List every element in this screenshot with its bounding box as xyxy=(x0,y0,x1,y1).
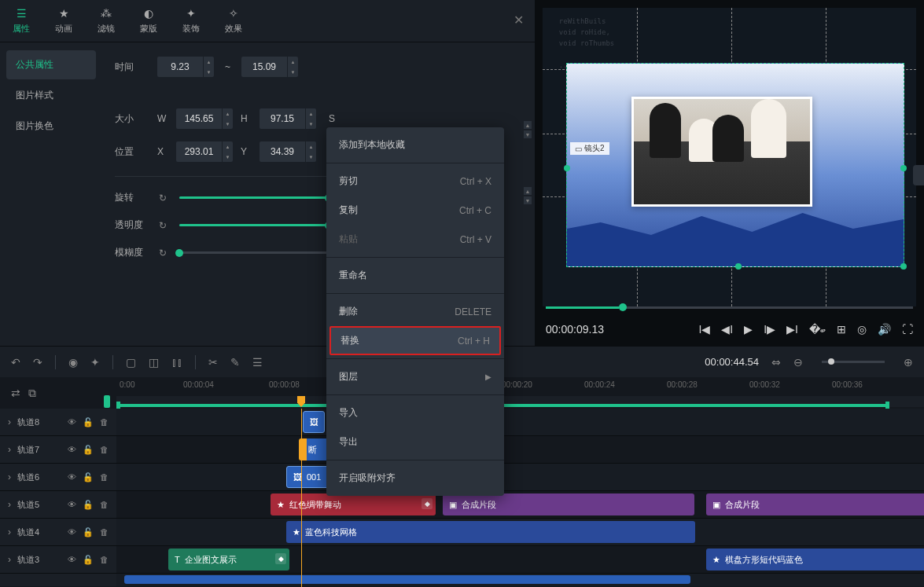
redo-button[interactable]: ↷ xyxy=(33,356,42,369)
track-settings-icon[interactable]: ⇄ xyxy=(11,387,20,399)
side-tab-common[interactable]: 公共属性 xyxy=(6,50,96,79)
spin-down-icon[interactable]: ▼ xyxy=(288,67,298,77)
clip-menu-icon[interactable]: ◆ xyxy=(275,553,286,564)
reset-icon[interactable]: ↻ xyxy=(159,193,170,204)
scrub-handle[interactable] xyxy=(104,395,110,408)
grid-icon[interactable]: ⊞ xyxy=(837,323,846,336)
close-panel-button[interactable]: ✕ xyxy=(514,13,524,28)
scroll-down-icon[interactable]: ▼ xyxy=(524,196,532,204)
target-icon[interactable]: ✦ xyxy=(90,356,100,369)
trash-icon[interactable]: 🗑 xyxy=(100,527,109,537)
side-tab-image-style[interactable]: 图片样式 xyxy=(6,81,96,110)
y-input[interactable]: ▲▼ xyxy=(260,141,316,162)
step-back-button[interactable]: ◀I xyxy=(721,323,733,336)
edit-icon[interactable]: ✎ xyxy=(230,356,240,369)
lock-icon[interactable]: 🔓 xyxy=(83,472,94,482)
lock-icon[interactable]: 🔓 xyxy=(83,500,94,510)
trash-icon[interactable]: 🗑 xyxy=(100,500,109,509)
eye-icon[interactable]: 👁 xyxy=(68,445,76,454)
trash-icon[interactable]: 🗑 xyxy=(100,417,109,427)
scroll-up-icon[interactable]: ▲ xyxy=(524,121,532,129)
trash-icon[interactable]: 🗑 xyxy=(100,445,109,454)
blur-slider[interactable] xyxy=(179,251,329,254)
playback-slider[interactable] xyxy=(546,306,913,309)
trash-icon[interactable]: 🗑 xyxy=(100,472,109,482)
x-input[interactable]: ▲▼ xyxy=(176,141,233,162)
layers-icon[interactable]: ☰ xyxy=(252,356,263,369)
right-panel-toggle[interactable] xyxy=(913,165,924,185)
eye-icon[interactable]: 👁 xyxy=(68,472,76,482)
clip-partial[interactable] xyxy=(124,575,690,584)
zoom-slider[interactable] xyxy=(822,361,885,363)
prev-button[interactable]: I◀ xyxy=(698,323,710,336)
tab-mask[interactable]: ◐蒙版 xyxy=(127,0,170,42)
zoom-out-button[interactable]: ⊖ xyxy=(793,356,803,369)
crop-icon[interactable]: ◫ xyxy=(149,356,159,369)
clip-enterprise[interactable]: T企业图文展示◆ xyxy=(168,548,289,570)
time-start-input[interactable]: ▲▼ xyxy=(157,57,214,77)
spin-up-icon[interactable]: ▲ xyxy=(288,57,298,67)
ctx-layer[interactable]: 图层▶ xyxy=(326,362,504,391)
undo-button[interactable]: ↶ xyxy=(11,356,20,369)
clip-composite-1[interactable]: ▣合成片段 xyxy=(443,493,694,515)
eye-icon[interactable]: 👁 xyxy=(68,500,76,509)
next-button[interactable]: ▶I xyxy=(786,323,798,336)
lock-icon[interactable]: 🔓 xyxy=(83,527,94,537)
ctx-add-favorite[interactable]: 添加到本地收藏 xyxy=(326,130,504,160)
eye-icon[interactable]: 👁 xyxy=(68,555,76,564)
step-forward-button[interactable]: I▶ xyxy=(764,323,775,336)
camera-icon[interactable]: ◎ xyxy=(857,323,867,336)
tab-filter[interactable]: ⁂滤镜 xyxy=(85,0,127,42)
spin-down-icon[interactable]: ▼ xyxy=(204,67,214,77)
play-button[interactable]: ▶ xyxy=(744,323,753,336)
ctx-replace[interactable]: 替换Ctrl + H xyxy=(329,326,501,355)
eye-icon[interactable]: 👁 xyxy=(68,417,76,427)
ctx-import[interactable]: 导入 xyxy=(326,398,504,427)
scroll-down-icon[interactable]: ▼ xyxy=(524,130,532,138)
fullscreen-icon[interactable]: ⛶ xyxy=(902,323,913,336)
marker-icon[interactable]: ◉ xyxy=(68,356,78,369)
side-tab-image-color[interactable]: 图片换色 xyxy=(6,112,96,141)
ctx-export[interactable]: 导出 xyxy=(326,427,504,457)
tab-effect[interactable]: ✧效果 xyxy=(212,0,255,42)
zoom-in-button[interactable]: ⊕ xyxy=(904,356,913,369)
width-input[interactable]: ▲▼ xyxy=(176,108,233,129)
clip-red-ribbon[interactable]: ★红色绸带舞动◆ xyxy=(271,493,436,515)
reset-icon[interactable]: ↻ xyxy=(159,220,170,231)
trim-icon[interactable]: ✂ xyxy=(208,356,218,369)
trash-icon[interactable]: 🗑 xyxy=(100,555,109,564)
eye-icon[interactable]: 👁 xyxy=(68,527,76,537)
rotate-slider[interactable] xyxy=(179,196,329,199)
lock-icon[interactable]: 🔓 xyxy=(83,555,94,565)
preview-canvas[interactable]: reWithBuils void roHide, void roThumbs .… xyxy=(543,8,916,306)
reset-icon[interactable]: ↻ xyxy=(159,248,170,259)
lock-icon[interactable]: 🔓 xyxy=(83,445,94,455)
clip-menu-icon[interactable]: ◆ xyxy=(422,498,433,509)
clip-blue-tech[interactable]: ★蓝色科技网格 xyxy=(286,521,695,543)
clip-image[interactable]: 🖼 xyxy=(303,411,325,433)
tab-animation[interactable]: ★动画 xyxy=(42,0,85,42)
ctx-snap[interactable]: 开启吸附对齐 xyxy=(326,464,504,493)
scroll-up-icon[interactable]: ▲ xyxy=(524,187,532,195)
time-end-input[interactable]: ▲▼ xyxy=(241,57,298,77)
ctx-cut[interactable]: 剪切Ctrl + X xyxy=(326,167,504,196)
chevron-right-icon[interactable]: › xyxy=(8,416,11,427)
fit-icon[interactable]: ⇔ xyxy=(771,356,781,369)
tab-decoration[interactable]: ✦装饰 xyxy=(170,0,212,42)
height-input[interactable]: ▲▼ xyxy=(260,108,316,129)
track-add-icon[interactable]: ⧉ xyxy=(28,387,36,400)
spin-up-icon[interactable]: ▲ xyxy=(204,57,214,67)
timeline-ruler[interactable]: 0:00 00:00:04 00:00:08 00:00:20 00:00:24… xyxy=(116,377,924,409)
ctx-delete[interactable]: 删除DELETE xyxy=(326,297,504,326)
ctx-rename[interactable]: 重命名 xyxy=(326,261,504,290)
lock-icon[interactable]: 🔓 xyxy=(83,417,94,427)
loop-button[interactable]: �ބ xyxy=(809,323,826,336)
select-icon[interactable]: ▢ xyxy=(126,356,136,369)
clip-checkerboard[interactable]: ★棋盘方形短代码蓝色 xyxy=(706,548,924,570)
tab-attributes[interactable]: ☰属性 xyxy=(0,0,42,42)
split-icon[interactable]: ⫿⫿ xyxy=(171,356,182,369)
ctx-copy[interactable]: 复制Ctrl + C xyxy=(326,196,504,225)
selected-element[interactable]: ▭镜头2 xyxy=(566,63,904,267)
opacity-slider[interactable] xyxy=(179,224,329,226)
clip-composite-2[interactable]: ▣合成片段 xyxy=(706,493,924,515)
